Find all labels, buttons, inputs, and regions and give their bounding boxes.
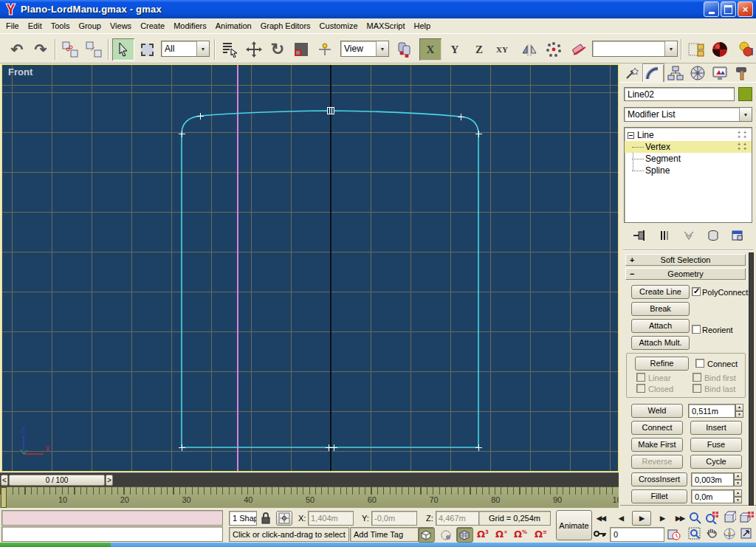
create-line-button[interactable]: Create Line [631,285,690,299]
menu-group[interactable]: Group [74,19,106,32]
cycle-button[interactable]: Cycle [690,455,742,469]
minimize-button[interactable] [704,1,719,17]
reorient-checkbox[interactable] [692,325,701,334]
frame-forward-button[interactable]: > [106,475,113,486]
time-slider-button[interactable]: 0 / 100 [9,475,105,486]
rollout-soft-selection[interactable]: +Soft Selection [625,254,746,266]
fillet-button[interactable]: Fillet [631,489,687,503]
tab-motion-icon[interactable] [687,63,709,82]
x-coordinate-field[interactable]: 1,404m [308,511,354,526]
viewport-front[interactable]: Front Z X [1,64,619,472]
zoom-region-icon[interactable] [687,526,703,541]
select-object-button[interactable] [112,38,134,61]
insert-button[interactable]: Insert [690,421,742,435]
go-to-start-button[interactable]: ◀◀ [593,511,609,526]
angle-snap-toggle[interactable]: Ω3 [477,529,489,540]
zoom-icon[interactable] [687,510,703,525]
scale-button[interactable] [290,38,312,61]
attach-button[interactable]: Attach [631,319,690,333]
current-frame-field[interactable]: 0 [610,527,664,542]
maximize-button[interactable] [721,1,736,17]
modifier-list-combo[interactable]: Modifier List▼ [624,107,752,122]
make-unique-icon[interactable] [682,230,695,243]
menu-customize[interactable]: Customize [315,19,362,32]
bind-first-checkbox[interactable] [693,373,701,382]
object-name-field[interactable]: Line02 [624,87,735,101]
play-button[interactable]: ▶ [632,511,651,526]
fuse-button[interactable]: Fuse [690,438,742,452]
add-time-tag[interactable]: Add Time Tag [350,527,428,542]
reference-coordinate-combo[interactable]: View▼ [340,41,389,57]
undo-button[interactable]: ↶ [6,38,28,61]
crossinsert-button[interactable]: CrossInsert [631,472,687,486]
maxscript-listener-white[interactable] [1,526,223,542]
menu-graph-editors[interactable]: Graph Editors [256,19,315,32]
vertex-marker[interactable] [331,444,337,451]
vertex-marker[interactable] [475,131,482,137]
closed-checkbox[interactable] [636,384,645,393]
make-first-button[interactable]: Make First [631,438,683,452]
reverse-button[interactable]: Reverse [631,455,683,469]
weld-spinner-arrows[interactable]: ▲▼ [735,404,743,418]
track-bar[interactable]: 102030405060708090100 [0,486,619,508]
redo-button[interactable]: ↷ [30,38,52,61]
stack-item-spline[interactable]: Spline [625,165,752,176]
connect-checkbox[interactable] [695,359,704,368]
selection-region-button[interactable] [136,38,158,61]
absolute-mode-button[interactable] [276,511,292,526]
animate-button[interactable]: Animate [556,510,592,540]
named-selection-combo[interactable]: ▼ [592,41,678,57]
tab-display-icon[interactable] [709,63,731,82]
frame-back-button[interactable]: < [1,475,8,486]
collapse-icon[interactable] [628,132,634,139]
schematic-view-button[interactable] [685,38,707,61]
render-button[interactable] [735,38,756,61]
stack-item-segment[interactable]: Segment [625,153,752,165]
move-button[interactable] [243,38,265,61]
vertex-marker[interactable] [179,444,185,451]
previous-frame-button[interactable]: ◀ [613,511,629,526]
restrict-x-button[interactable]: X [419,38,441,61]
object-color-swatch[interactable] [738,87,752,101]
windows-taskbar[interactable] [0,543,756,547]
tab-utilities-icon[interactable] [731,63,753,82]
rollout-geometry[interactable]: −Geometry [625,268,746,280]
remove-modifier-icon[interactable] [707,230,719,243]
crossinsert-spinner[interactable]: 0,003m [691,472,734,486]
tab-hierarchy-icon[interactable] [664,63,687,82]
vertex-marker[interactable] [179,131,185,137]
spinner-snap-toggle2[interactable]: Ω≡ [535,529,547,540]
mirror-button[interactable] [518,38,540,61]
percent-snap-toggle[interactable]: Ω✭ [495,529,508,540]
refine-button[interactable]: Refine [635,357,689,371]
vertex-marker[interactable] [458,114,464,120]
menu-tools[interactable]: Tools [47,19,75,32]
select-by-name-button[interactable] [219,38,241,61]
restrict-xy-button[interactable]: XY [491,38,513,61]
tab-modify-icon[interactable] [642,63,664,82]
next-frame-button[interactable]: ▶ [654,511,670,526]
weld-threshold-spinner[interactable]: 0,511m [688,404,735,418]
bind-last-checkbox[interactable] [693,384,701,393]
fillet-spinner[interactable]: 0,0m [691,489,734,503]
degradation-toggle[interactable] [418,527,435,543]
weld-button[interactable]: Weld [631,404,683,418]
close-button[interactable]: × [738,1,753,17]
pin-stack-icon[interactable] [632,230,647,243]
vertex-marker[interactable] [475,444,482,451]
attach-mult-button[interactable]: Attach Mult. [631,336,690,350]
menu-file[interactable]: File [1,19,24,32]
menu-animation[interactable]: Animation [211,19,256,32]
z-coordinate-field[interactable]: 4,467m [436,511,481,526]
panel-scrollbar[interactable] [749,252,754,506]
vertex-marker[interactable] [197,113,204,120]
configure-modifier-sets-icon[interactable] [731,230,744,243]
tab-create-icon[interactable] [620,63,642,82]
menu-maxscript[interactable]: MAXScript [362,19,410,32]
align-button[interactable] [568,38,591,61]
restrict-y-button[interactable]: Y [444,38,466,61]
snap-3d-toggle[interactable] [456,527,473,543]
linear-checkbox[interactable] [636,373,645,382]
rotate-button[interactable]: ↻ [267,38,289,61]
menu-create[interactable]: Create [136,19,169,32]
